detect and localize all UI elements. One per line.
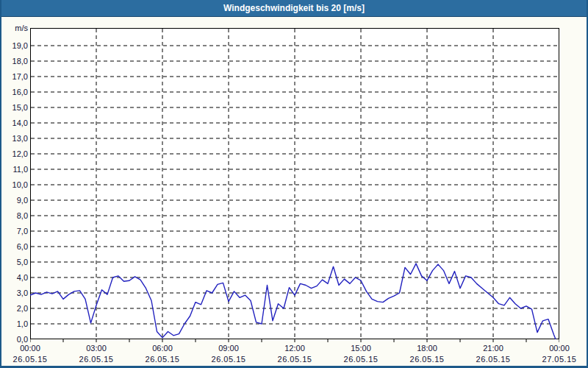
chart-area: m/s 0,01,02,03,04,05,06,07,08,09,010,011…	[1, 17, 587, 366]
y-tick-label: 18,0	[1, 56, 28, 66]
title-bar: Windgeschwindigkeit bis 20 [m/s]	[1, 0, 587, 17]
y-tick-label: 5,0	[1, 257, 28, 267]
chart-window: Windgeschwindigkeit bis 20 [m/s] m/s 0,0…	[0, 0, 588, 368]
y-tick-label: 10,0	[1, 180, 28, 190]
y-tick-label: 6,0	[1, 241, 28, 252]
y-tick-label: 15,0	[1, 102, 28, 113]
x-tick-date-label: 26.05.15	[401, 354, 453, 364]
x-tick-date-label: 26.05.15	[202, 354, 255, 364]
y-tick-label: 11,0	[1, 164, 28, 174]
chart-title: Windgeschwindigkeit bis 20 [m/s]	[223, 3, 365, 13]
x-tick-time-label: 15:00	[337, 343, 384, 353]
y-tick-label: 3,0	[1, 288, 28, 298]
y-tick-label: 7,0	[1, 226, 28, 236]
x-tick-date-label: 26.05.15	[467, 354, 520, 364]
y-tick-label: 4,0	[1, 272, 28, 283]
x-tick-time-label: 00:00	[7, 343, 54, 353]
y-tick-label: 13,0	[1, 133, 28, 144]
x-tick-date-label: 26.05.15	[70, 354, 123, 364]
x-tick-date-label: 26.05.15	[4, 354, 57, 364]
x-tick-date-label: 27.05.15	[533, 354, 586, 364]
y-axis-unit-label: m/s	[1, 23, 28, 33]
plot-canvas	[30, 28, 559, 344]
y-tick-label: 12,0	[1, 149, 28, 159]
x-tick-date-label: 26.05.15	[334, 354, 387, 364]
x-tick-date-label: 26.05.15	[136, 354, 189, 364]
x-tick-time-label: 03:00	[73, 343, 120, 353]
x-tick-time-label: 12:00	[271, 343, 318, 353]
y-tick-label: 16,0	[1, 87, 28, 97]
y-tick-label: 19,0	[1, 40, 28, 51]
x-tick-time-label: 09:00	[205, 343, 252, 353]
x-tick-time-label: 00:00	[536, 343, 583, 353]
y-tick-label: 9,0	[1, 195, 28, 205]
y-tick-label: 8,0	[1, 210, 28, 221]
y-tick-label: 2,0	[1, 303, 28, 314]
y-tick-label: 1,0	[1, 319, 28, 329]
y-tick-label: 17,0	[1, 71, 28, 82]
x-tick-date-label: 26.05.15	[268, 354, 321, 364]
x-tick-time-label: 21:00	[470, 343, 517, 353]
x-tick-time-label: 06:00	[139, 343, 186, 353]
x-tick-time-label: 18:00	[404, 343, 451, 353]
y-tick-label: 14,0	[1, 118, 28, 128]
